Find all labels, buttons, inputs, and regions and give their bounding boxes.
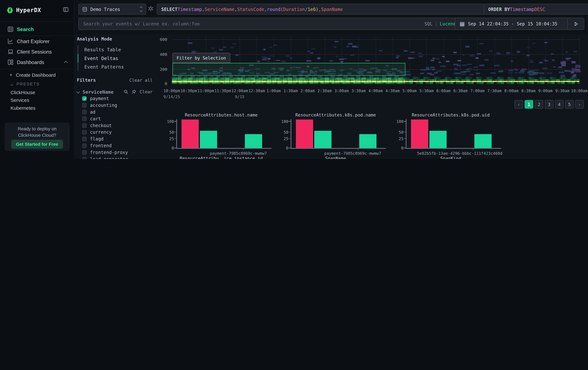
heatmap-gridline [172,40,579,40]
get-started-button[interactable]: Get Started for Free [11,140,63,149]
bar-outlier[interactable] [296,120,313,148]
y-tick-label: 0 [388,146,403,150]
bar-inlier[interactable] [245,134,262,148]
checkbox[interactable] [82,103,87,108]
sidebar-collapse-icon[interactable] [63,7,69,14]
heatmap-cell [553,66,556,67]
filter-option-frontend[interactable]: frontend [82,142,153,149]
bar-outlier[interactable] [181,120,199,148]
filter-option-flagd[interactable]: flagd [82,136,153,142]
next-page-button[interactable]: › [575,100,584,109]
gear-icon[interactable] [148,6,154,13]
clear-all-filters-button[interactable]: Clear all [129,78,153,83]
heatmap-y-label: 200 [152,67,167,72]
sidebar-item-label: Chart Explorer [17,39,50,44]
events-heatmap[interactable]: Filter by Selection [172,37,579,84]
filter-option-checkout[interactable]: checkout [82,122,153,129]
order-by-input[interactable]: ORDER BY Timestamp DESC [484,4,588,15]
language-toggle[interactable]: SQL|Lucene [424,21,456,27]
create-dashboard-button[interactable]: + Create Dashboard [0,71,74,79]
sidebar-item-search[interactable]: Search [0,23,74,35]
analysis-mode-options: Results TableEvent DeltasEvent Patterns [78,45,153,71]
sidebar-item-dashboards[interactable]: Dashboards [0,57,74,67]
sql-mode-label[interactable]: SQL [424,21,433,27]
page-button-3[interactable]: 3 [545,100,554,109]
bar-inlier[interactable] [359,134,377,148]
filter-option-accounting[interactable]: accounting [82,102,153,109]
heatmap-x-label: 1:00am [266,89,281,93]
heatmap-cell [397,55,400,57]
pin-icon[interactable] [132,90,136,94]
hyperdx-logo-icon [7,7,13,13]
data-source-selector[interactable]: Demo Traces [78,4,146,15]
filter-section-header-servicename[interactable]: ServiceNameClear [77,89,152,95]
page-button-2[interactable]: 2 [535,100,543,109]
chart-title: SpanKind [406,156,496,159]
date-range-picker[interactable]: Sep 14 22:04:35 - Sep 15 10:04:35 [455,18,569,30]
y-tick-mark [174,121,176,122]
filter-clear-button[interactable]: Clear [140,89,153,94]
filter-option-payment[interactable]: payment [82,95,153,102]
checkbox[interactable] [82,137,87,141]
filter-option-currency[interactable]: currency [82,129,153,136]
bar-inlier[interactable] [200,131,217,148]
filter-by-selection-button[interactable]: Filter by Selection [172,53,230,63]
heatmap-selection-rect[interactable] [172,63,405,76]
page-button-1[interactable]: 1 [525,100,533,109]
checkbox[interactable] [82,117,87,121]
analysis-mode-option-event-patterns[interactable]: Event Patterns [78,63,153,71]
sql-token: ORDER BY [488,7,510,12]
analysis-mode-option-event-deltas[interactable]: Event Deltas [78,54,153,63]
y-tick-label: 50 [273,130,288,134]
page-button-4[interactable]: 4 [555,100,564,109]
sidebar-item-clickhouse[interactable]: ClickHouse [0,88,74,96]
heatmap-cell [467,64,472,65]
checkbox-checked[interactable] [82,96,87,101]
sql-select-input[interactable]: SELECT Timestamp, ServiceName, StatusCod… [157,4,485,15]
filter-option-frontend-proxy[interactable]: frontend-proxy [82,149,153,156]
prev-page-button[interactable]: ‹ [514,100,523,109]
lucene-mode-label[interactable]: Lucene [440,21,456,27]
checkbox[interactable] [82,150,87,155]
filter-option-label: ad [90,110,95,115]
checkbox[interactable] [82,143,87,148]
sidebar-item-chart-explorer[interactable]: Chart Explorer [0,36,74,47]
run-query-button[interactable] [567,18,584,30]
bar-inlier[interactable] [430,131,447,148]
presets-toggle[interactable]: PRESETS [0,80,74,88]
heatmap-cell [565,58,570,59]
bar-inlier[interactable] [314,131,332,148]
heatmap-date-label: 9/15 [235,94,244,99]
chart-plot[interactable] [406,119,496,148]
bar-inlier[interactable] [474,134,492,148]
heatmap-x-label: 7:30am [487,89,502,93]
filter-option-label: frontend-proxy [90,150,128,155]
sidebar-item-kubernetes[interactable]: Kubernetes [0,104,74,112]
search-input[interactable]: Search your events w/ Lucene ex. column:… [78,18,461,30]
heatmap-cell [461,71,466,73]
checkbox[interactable] [82,123,87,128]
heatmap-cell [476,72,480,74]
heatmap-cell [262,57,267,58]
checkbox[interactable] [82,130,87,134]
sidebar-item-services[interactable]: Services [0,96,74,104]
filter-option-ad[interactable]: ad [82,109,153,115]
heatmap-cell [527,72,531,73]
sidebar-item-client-sessions[interactable]: Client Sessions [0,47,74,57]
checkbox[interactable] [82,110,87,114]
filter-option-load-generator[interactable]: load-generator [82,156,153,159]
filter-option-cart[interactable]: cart [82,115,153,122]
plus-icon: + [9,72,12,78]
checkbox[interactable] [82,157,87,159]
analysis-mode-option-results-table[interactable]: Results Table [78,45,153,54]
search-icon[interactable] [124,90,128,94]
chart-plot[interactable] [291,119,381,148]
heatmap-cell [273,45,277,46]
chart-plot[interactable] [176,119,267,148]
page-button-5[interactable]: 5 [565,100,574,109]
heatmap-cell [514,72,517,73]
heatmap-cell [465,46,469,48]
bar-outlier[interactable] [411,120,428,148]
heatmap-cell [347,46,349,47]
y-tick-mark [289,148,291,148]
